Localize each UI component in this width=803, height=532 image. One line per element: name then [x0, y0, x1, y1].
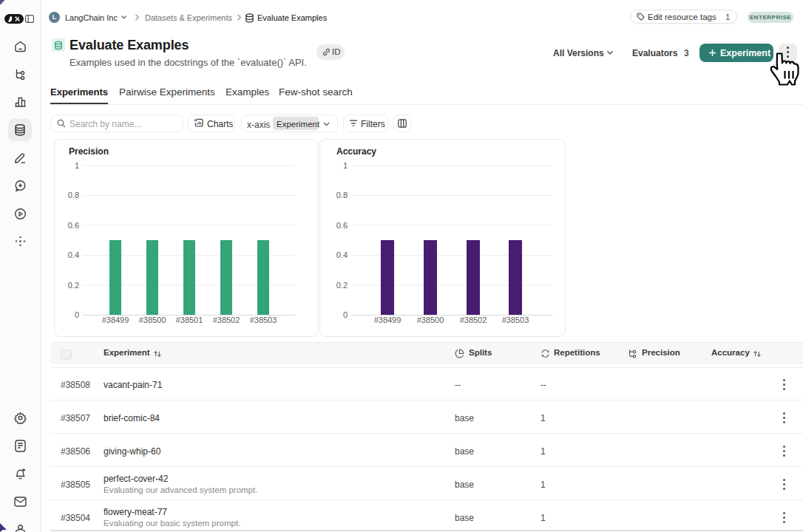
svg-text:#38499: #38499 [102, 316, 129, 324]
svg-text:#38502: #38502 [460, 316, 487, 324]
svg-text:0.2: 0.2 [336, 281, 348, 290]
svg-text:#38500: #38500 [417, 316, 444, 324]
svg-text:1: 1 [343, 161, 348, 170]
svg-text:0.8: 0.8 [336, 191, 348, 200]
svg-text:0.6: 0.6 [336, 221, 348, 230]
svg-text:0.4: 0.4 [68, 250, 79, 259]
svg-text:#38503: #38503 [250, 316, 277, 324]
svg-text:#38501: #38501 [176, 316, 203, 324]
svg-text:#38502: #38502 [213, 316, 240, 324]
svg-text:0.4: 0.4 [336, 250, 348, 259]
svg-text:0: 0 [343, 310, 348, 319]
svg-text:0.2: 0.2 [68, 281, 79, 290]
svg-text:#38500: #38500 [139, 316, 166, 324]
svg-text:0: 0 [75, 310, 79, 319]
svg-text:0.6: 0.6 [68, 221, 79, 230]
svg-text:#38499: #38499 [374, 316, 402, 324]
svg-text:1: 1 [75, 161, 79, 170]
svg-text:0.8: 0.8 [68, 191, 79, 200]
svg-text:#38503: #38503 [502, 316, 529, 324]
